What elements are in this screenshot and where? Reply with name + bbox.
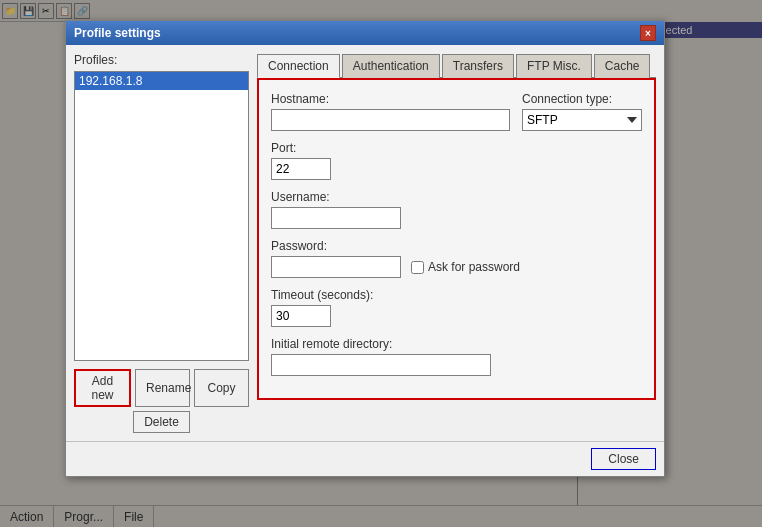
password-group: Password: Ask for password bbox=[271, 239, 642, 278]
profile-settings-dialog: Profile settings × Profiles: 192.168.1.8… bbox=[65, 20, 665, 477]
settings-panel: Connection Authentication Transfers FTP … bbox=[257, 53, 656, 433]
rename-button[interactable]: Rename bbox=[135, 369, 190, 407]
password-label: Password: bbox=[271, 239, 642, 253]
timeout-label: Timeout (seconds): bbox=[271, 288, 642, 302]
port-input[interactable] bbox=[271, 158, 331, 180]
initial-dir-group: Initial remote directory: bbox=[271, 337, 642, 376]
password-row: Ask for password bbox=[271, 256, 642, 278]
dialog-footer: Close bbox=[66, 441, 664, 476]
delete-button[interactable]: Delete bbox=[133, 411, 190, 433]
password-input[interactable] bbox=[271, 256, 401, 278]
add-new-button[interactable]: Add new bbox=[74, 369, 131, 407]
tab-transfers[interactable]: Transfers bbox=[442, 54, 514, 78]
port-group: Port: bbox=[271, 141, 642, 180]
ask-password-checkbox[interactable] bbox=[411, 261, 424, 274]
connection-type-group: Connection type: SFTP FTP FTPS bbox=[522, 92, 642, 131]
profile-action-buttons: Add new Rename Copy bbox=[74, 369, 249, 407]
username-input[interactable] bbox=[271, 207, 401, 229]
tab-cache[interactable]: Cache bbox=[594, 54, 651, 78]
hostname-input[interactable] bbox=[271, 109, 510, 131]
profiles-list[interactable]: 192.168.1.8 bbox=[74, 71, 249, 361]
username-label: Username: bbox=[271, 190, 642, 204]
dialog-body: Profiles: 192.168.1.8 Add new Rename Cop… bbox=[66, 45, 664, 441]
timeout-group: Timeout (seconds): bbox=[271, 288, 642, 327]
copy-button[interactable]: Copy bbox=[194, 369, 249, 407]
hostname-connection-row: Hostname: Connection type: SFTP FTP FTPS bbox=[271, 92, 642, 141]
initial-dir-label: Initial remote directory: bbox=[271, 337, 642, 351]
connection-type-select[interactable]: SFTP FTP FTPS bbox=[522, 109, 642, 131]
ask-password-label[interactable]: Ask for password bbox=[411, 260, 520, 274]
connection-tab-content: Hostname: Connection type: SFTP FTP FTPS bbox=[257, 78, 656, 400]
profiles-label: Profiles: bbox=[74, 53, 249, 67]
settings-tabs: Connection Authentication Transfers FTP … bbox=[257, 53, 656, 78]
username-group: Username: bbox=[271, 190, 642, 229]
tab-connection[interactable]: Connection bbox=[257, 54, 340, 78]
hostname-group: Hostname: bbox=[271, 92, 510, 131]
close-dialog-button[interactable]: Close bbox=[591, 448, 656, 470]
dialog-titlebar: Profile settings × bbox=[66, 21, 664, 45]
connection-type-label: Connection type: bbox=[522, 92, 642, 106]
hostname-label: Hostname: bbox=[271, 92, 510, 106]
dialog-close-button[interactable]: × bbox=[640, 25, 656, 41]
password-input-wrap bbox=[271, 256, 401, 278]
port-label: Port: bbox=[271, 141, 642, 155]
ask-password-text: Ask for password bbox=[428, 260, 520, 274]
profiles-panel: Profiles: 192.168.1.8 Add new Rename Cop… bbox=[74, 53, 249, 433]
delete-button-row: Delete bbox=[74, 411, 249, 433]
timeout-input[interactable] bbox=[271, 305, 331, 327]
tab-ftp-misc[interactable]: FTP Misc. bbox=[516, 54, 592, 78]
tab-authentication[interactable]: Authentication bbox=[342, 54, 440, 78]
dialog-title: Profile settings bbox=[74, 26, 161, 40]
initial-dir-input[interactable] bbox=[271, 354, 491, 376]
profile-item[interactable]: 192.168.1.8 bbox=[75, 72, 248, 90]
